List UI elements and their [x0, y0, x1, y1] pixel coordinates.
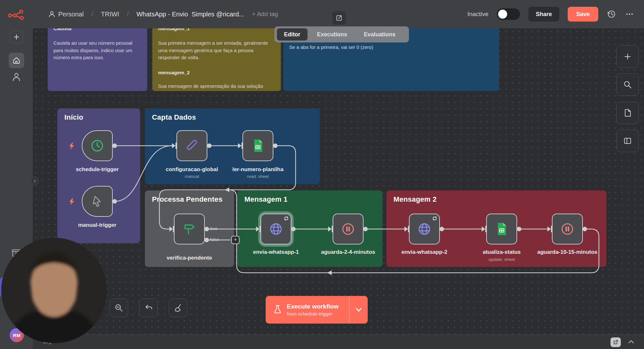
add-node-button[interactable]	[616, 45, 639, 68]
expand-panel-button[interactable]	[628, 339, 634, 344]
activation-toggle[interactable]	[497, 8, 520, 20]
retry-icon	[284, 216, 289, 221]
node-envia-whatsapp-2[interactable]	[409, 214, 440, 244]
workflow-title[interactable]: WhatsApp - Envio Simples @ricard...	[137, 11, 244, 18]
n8n-workflow-editor: Cautela Cautela ao usar seu número pesso…	[0, 0, 644, 349]
node-label: verifica-pendente	[151, 255, 228, 261]
note-icon	[623, 108, 632, 118]
user-icon	[48, 11, 55, 18]
search-button[interactable]	[616, 73, 639, 96]
node-label: ler-numero-planilha	[219, 166, 297, 173]
tab-evaluations[interactable]: Evaluations	[357, 28, 402, 41]
chevron-up-icon	[628, 339, 634, 344]
node-atualiza-status[interactable]	[486, 214, 517, 244]
history-icon[interactable]	[607, 9, 616, 19]
plus-icon	[623, 52, 632, 61]
node-label: manual-trigger	[59, 222, 136, 228]
tab-executions[interactable]: Executions	[310, 28, 354, 41]
note-body-2: Sua mensagem de apresentação da sua solu…	[158, 83, 275, 90]
trigger-bolt-icon	[68, 142, 75, 150]
layout-panel-button[interactable]	[616, 130, 639, 152]
broom-icon	[173, 303, 183, 313]
node-label: envia-whatsapp-1	[237, 249, 315, 255]
sidebar-item-home[interactable]	[9, 53, 24, 68]
breadcrumb-separator: /	[127, 11, 129, 18]
execute-workflow-button[interactable]: Execute workflow from schedule-trigger	[266, 296, 368, 324]
more-options-icon[interactable]	[625, 9, 634, 19]
node-ler-numero-planilha[interactable]	[242, 130, 273, 161]
node-label: configuracao-global	[153, 166, 231, 173]
open-in-window-button[interactable]	[611, 337, 621, 347]
node-label: envia-whatsapp-2	[386, 249, 463, 255]
sidebar-collapse-button[interactable]: ›	[31, 177, 39, 185]
breadcrumb-workspace[interactable]: Personal	[48, 11, 84, 18]
split-panel-icon	[623, 136, 632, 146]
tab-editor[interactable]: Editor	[277, 28, 308, 41]
node-label: aguarda-10-15-minutos	[529, 249, 606, 255]
execute-workflow-subtitle: from schedule-trigger	[287, 311, 339, 317]
save-button[interactable]: Save	[568, 7, 598, 22]
search-icon	[623, 80, 632, 89]
node-schedule-trigger[interactable]	[82, 130, 113, 161]
plus-icon	[13, 33, 20, 41]
edit-note-icon	[336, 14, 343, 22]
node-envia-whatsapp-1[interactable]	[260, 214, 291, 244]
google-sheets-icon	[251, 138, 265, 153]
group-title: Mensagem 1	[237, 190, 383, 204]
sticky-note-mensagens[interactable]: mensagem_1 Sua primeira mensagem a ser e…	[152, 21, 281, 91]
trigger-bolt-icon	[68, 198, 75, 206]
globe-icon	[269, 222, 283, 236]
node-subtitle: read: sheet	[219, 174, 297, 179]
google-sheets-icon	[494, 222, 509, 236]
node-aguarda-2-4-minutos[interactable]	[333, 214, 364, 244]
node-aguarda-10-15-minutos[interactable]	[552, 214, 583, 244]
node-subtitle: manual	[153, 174, 231, 179]
output-true-label: true	[210, 226, 217, 231]
workspace-name: Personal	[58, 11, 84, 18]
sidebar-add-workflow-button[interactable]	[10, 31, 23, 43]
note-body: Sua primeira mensagem a ser enviada, ger…	[158, 40, 274, 61]
node-label: aguarda-2-4-minutos	[309, 249, 387, 255]
presenter-silhouette	[1, 238, 107, 343]
node-configuracao-global[interactable]	[176, 130, 207, 161]
breadcrumb-project[interactable]: TRIWI	[101, 11, 119, 18]
add-node-plus-button[interactable]: +	[231, 236, 240, 244]
node-verifica-pendente[interactable]	[174, 214, 205, 244]
breadcrumb-separator: /	[91, 11, 93, 18]
clock-icon	[90, 138, 105, 153]
sticky-note-cautela[interactable]: Cautela Cautela ao usar seu número pesso…	[48, 21, 147, 91]
tidy-up-button[interactable]	[169, 298, 187, 317]
execute-options-dropdown[interactable]	[349, 296, 368, 324]
sidebar-item-users[interactable]	[12, 72, 21, 82]
edit-note-button[interactable]	[332, 11, 346, 25]
add-tag-button[interactable]: + Add tag	[252, 11, 278, 18]
group-capta-dados[interactable]: Capta Dados	[145, 108, 320, 184]
group-title: Processa Pendentes	[145, 190, 234, 204]
node-subtitle: update: sheet	[463, 257, 540, 262]
flask-icon	[273, 304, 282, 315]
group-title: Mensagem 2	[386, 190, 606, 204]
undo-icon	[144, 303, 153, 313]
breadcrumb: Personal / TRIWI / WhatsApp - Envio Simp…	[48, 0, 278, 28]
if-signpost-icon	[182, 222, 197, 236]
bottom-panel[interactable]: Logs	[33, 335, 644, 349]
home-icon	[12, 56, 21, 65]
chevron-down-icon	[355, 308, 362, 312]
undo-button[interactable]	[139, 298, 158, 317]
n8n-logo[interactable]	[8, 9, 26, 20]
pop-out-icon	[613, 339, 619, 345]
share-button[interactable]: Share	[528, 7, 559, 22]
retry-icon	[432, 216, 437, 221]
note-body: Cautela ao usar seu número pessoal para …	[53, 40, 141, 61]
group-title: Início	[57, 108, 140, 122]
view-tabs: Editor Executions Evaluations	[274, 26, 409, 42]
pause-icon	[341, 222, 355, 236]
zoom-out-button[interactable]	[109, 298, 128, 317]
node-manual-trigger[interactable]	[82, 186, 113, 217]
output-false-label: false	[210, 237, 219, 242]
globe-icon	[417, 222, 432, 236]
note-title-2: mensagem_2	[158, 70, 275, 76]
execute-workflow-label: Execute workflow	[287, 303, 339, 310]
sticky-note-button[interactable]	[616, 102, 639, 124]
zoom-out-icon	[114, 303, 124, 313]
